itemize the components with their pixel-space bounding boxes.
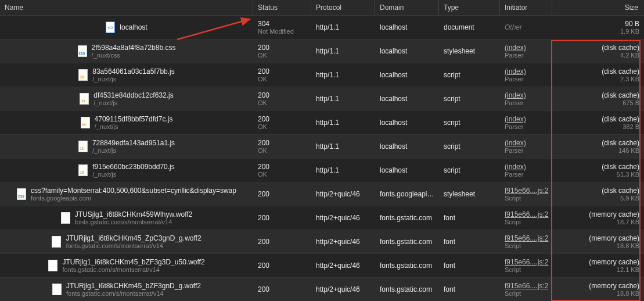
protocol-value: http/1.1 <box>316 166 370 174</box>
status-text: OK <box>258 123 307 130</box>
table-row[interactable]: 4709115df8bbf57dfd7c.js/_nuxt/js200OKhtt… <box>0 111 644 135</box>
status-code: 200 <box>258 190 307 198</box>
table-row[interactable]: localhost304Not Modifiedhttp/1.1localhos… <box>0 16 644 40</box>
cell-size: (disk cache)675 B <box>552 87 644 110</box>
initiator-type: Parser <box>505 123 548 130</box>
initiator-link[interactable]: (index) <box>505 115 548 123</box>
file-path: fonts.googleapis.com <box>31 195 236 202</box>
table-header-row: Name Status Protocol Domain Type Initiat… <box>0 0 644 16</box>
table-row[interactable]: 83a564061a03c1a5f7bb.js/_nuxt/js200OKhtt… <box>0 63 644 87</box>
cell-domain: fonts.gstatic.com <box>375 254 439 277</box>
type-value: script <box>444 95 495 103</box>
cell-size: (memory cache)18.8 KB <box>552 230 644 253</box>
domain-value: fonts.gstatic.com <box>380 285 434 293</box>
table-row[interactable]: css?family=Montserrat:400,500,600&subset… <box>0 182 644 206</box>
status-code: 200 <box>258 285 307 293</box>
initiator-type: Script <box>505 195 548 202</box>
cell-domain: localhost <box>375 135 439 158</box>
column-header-size[interactable]: Size <box>552 0 644 15</box>
status-text: OK <box>258 171 307 178</box>
table-row[interactable]: 2f598a4a8af4f8a72b8b.css/_nuxt/css200OKh… <box>0 40 644 63</box>
status-code: 200 <box>258 115 307 123</box>
cell-status: 200 <box>253 206 311 230</box>
file-name: JTUSjlg1_i6t8kCHKm459Wlhyw.woff2 <box>75 210 193 218</box>
cell-size: (memory cache)18.8 KB <box>552 278 644 301</box>
domain-value: fonts.googleapis... <box>380 190 434 198</box>
cell-protocol: http/2+quic/46 <box>311 278 375 301</box>
table-row[interactable]: JTURjlg1_i6t8kCHKm45_bZF3g3D_u50.woff2fo… <box>0 254 644 278</box>
cell-name: 2f598a4a8af4f8a72b8b.css/_nuxt/css <box>0 40 253 63</box>
type-value: font <box>444 285 495 293</box>
initiator-link[interactable]: f915e66....js:2 <box>505 210 548 218</box>
initiator-link[interactable]: f915e66....js:2 <box>505 258 548 266</box>
file-type-icon <box>80 93 89 105</box>
table-row[interactable]: f915e660bc23b09bdd70.js/_nuxt/js200OKhtt… <box>0 159 644 182</box>
cell-status: 200OK <box>253 135 311 158</box>
initiator-link[interactable]: f915e66....js:2 <box>505 187 548 195</box>
file-type-icon <box>52 236 61 248</box>
cell-domain: localhost <box>375 111 439 134</box>
cell-type: font <box>439 254 500 277</box>
type-value: font <box>444 261 495 270</box>
column-header-initiator[interactable]: Initiator <box>500 0 552 15</box>
file-name: localhost <box>120 23 147 31</box>
initiator-link[interactable]: (index) <box>505 67 548 76</box>
cell-name: 4709115df8bbf57dfd7c.js/_nuxt/js <box>0 111 253 134</box>
initiator-link[interactable]: (index) <box>505 44 548 52</box>
protocol-value: http/2+quic/46 <box>316 214 370 222</box>
protocol-value: http/1.1 <box>316 71 370 79</box>
cell-type: script <box>439 111 500 134</box>
initiator-link[interactable]: (index) <box>505 91 548 99</box>
column-header-domain[interactable]: Domain <box>375 0 439 15</box>
type-value: stylesheet <box>444 190 495 198</box>
type-value: stylesheet <box>444 47 495 55</box>
column-header-status[interactable]: Status <box>253 0 311 15</box>
cell-name: 83a564061a03c1a5f7bb.js/_nuxt/js <box>0 63 253 87</box>
initiator-type: Parser <box>505 171 548 178</box>
cell-initiator: f915e66....js:2Script <box>500 254 552 277</box>
type-value: script <box>444 166 495 174</box>
transfer-size: (disk cache) <box>557 163 639 171</box>
status-text: Not Modified <box>258 28 307 35</box>
initiator-link[interactable]: (index) <box>505 139 548 147</box>
table-row[interactable]: JTURjlg1_i6t8kCHKm45_bZF3gnD_g.woff2font… <box>0 278 644 301</box>
initiator-link[interactable]: (index) <box>505 163 548 171</box>
table-row[interactable]: 728849edfa143ad951a1.js/_nuxt/js200OKhtt… <box>0 135 644 159</box>
file-name: JTURjlg1_i6t8kCHKm45_bZF3gnD_g.woff2 <box>66 282 201 290</box>
status-code: 200 <box>258 139 307 147</box>
resource-size: 18.8 KB <box>557 242 639 249</box>
file-type-icon <box>48 260 57 271</box>
cell-initiator: (index)Parser <box>500 40 552 63</box>
cell-protocol: http/2+quic/46 <box>311 182 375 206</box>
type-value: font <box>444 214 495 222</box>
table-row[interactable]: JTURjlg1_i6t8kCHKm45_ZpC3gnD_g.woff2font… <box>0 230 644 254</box>
initiator-link[interactable]: f915e66....js:2 <box>505 234 548 242</box>
column-header-protocol[interactable]: Protocol <box>311 0 375 15</box>
column-header-name[interactable]: Name <box>0 0 253 15</box>
status-code: 304 <box>258 20 307 28</box>
table-row[interactable]: JTUSjlg1_i6t8kCHKm459Wlhyw.woff2fonts.gs… <box>0 206 644 230</box>
initiator-type: Parser <box>505 147 548 154</box>
protocol-value: http/1.1 <box>316 23 370 31</box>
status-text: OK <box>258 76 307 83</box>
domain-value: localhost <box>380 142 434 150</box>
cell-size: (disk cache)51.3 KB <box>552 159 644 182</box>
initiator-link[interactable]: f915e66....js:2 <box>505 282 548 290</box>
column-header-type[interactable]: Type <box>439 0 500 15</box>
file-type-icon <box>81 117 90 128</box>
initiator-type: Script <box>505 266 548 273</box>
file-name: f915e660bc23b09bdd70.js <box>92 163 174 171</box>
status-code: 200 <box>258 44 307 52</box>
cell-initiator: Other <box>500 16 552 39</box>
initiator-type: Script <box>505 242 548 249</box>
file-type-icon <box>17 188 26 200</box>
transfer-size: 90 B <box>557 20 639 28</box>
cell-name: 728849edfa143ad951a1.js/_nuxt/js <box>0 135 253 158</box>
protocol-value: http/1.1 <box>316 142 370 150</box>
cell-type: script <box>439 159 500 182</box>
cell-initiator: (index)Parser <box>500 135 552 158</box>
initiator-type: Parser <box>505 76 548 83</box>
table-row[interactable]: df4531e84ddbc12cf632.js/_nuxt/js200OKhtt… <box>0 87 644 111</box>
transfer-size: (disk cache) <box>557 115 639 123</box>
cell-domain: fonts.googleapis... <box>375 182 439 206</box>
